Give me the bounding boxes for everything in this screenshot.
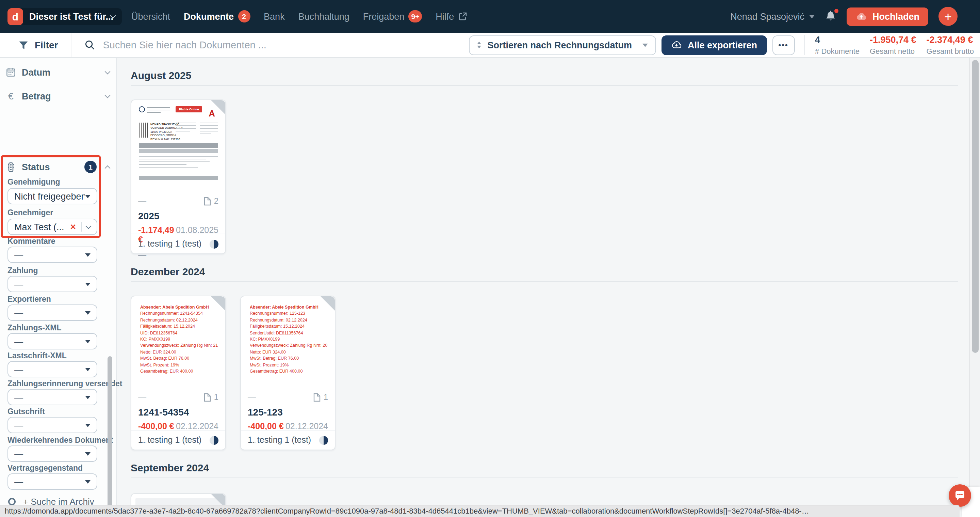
sidebar-scrollbar-thumb[interactable]: [108, 356, 112, 517]
toolbar-right: Sortieren nach Rechnungsdatum Alle expor…: [469, 35, 980, 55]
folded-corner: [321, 296, 335, 311]
wiederkehrendes-dokument-label: Wiederkehrendes Dokument: [8, 436, 113, 444]
card-row: Absender: Abele Spedition GmbH Rechnungs…: [130, 296, 958, 450]
search-icon: [84, 40, 95, 50]
domonda-logo: d: [8, 8, 23, 25]
page-count: 1: [204, 393, 218, 402]
genehmiger-label: Genehmiger: [8, 208, 53, 217]
add-button[interactable]: +: [939, 7, 958, 26]
chevron-down-icon: [105, 69, 111, 74]
kommentare-select[interactable]: —: [8, 247, 97, 263]
calendar-icon: [6, 67, 16, 77]
document-list: August 2025 Platite Online A NENAD SPASO…: [117, 58, 969, 517]
chevron-up-icon: [105, 165, 111, 171]
invoice-logo-ring: [139, 106, 145, 112]
company-name: Dieser ist Test für...: [29, 11, 105, 21]
main-scrollbar-track[interactable]: [969, 58, 980, 517]
zahlung-label: Zahlung: [8, 266, 38, 274]
chevron-down-icon: [86, 223, 92, 229]
zahlungserinnerung-label: Zahlungserinnerung versendet: [8, 380, 122, 388]
genehmigung-select[interactable]: Nicht freigegeben: [8, 188, 97, 204]
filter-toggle[interactable]: Filter: [18, 40, 58, 50]
document-card-125-123[interactable]: Absender: Abele Spedition GmbH Rechnungs…: [240, 296, 336, 450]
document-card-1241-54354[interactable]: Absender: Abele Spedition GmbH Rechnungs…: [130, 296, 226, 450]
more-actions-button[interactable]: •••: [772, 35, 795, 55]
nav-buchhaltung[interactable]: Buchhaltung: [298, 11, 350, 21]
search: [84, 40, 307, 50]
workflow-step[interactable]: 1. testing 1 (test): [241, 430, 335, 450]
gutschrift-select[interactable]: —: [8, 417, 97, 433]
main-scrollbar-thumb[interactable]: [972, 60, 978, 353]
company-selector[interactable]: d Dieser ist Test für...: [8, 8, 122, 25]
nav-uebersicht[interactable]: Übersicht: [131, 11, 170, 21]
dropdown-arrow-icon: [85, 195, 91, 198]
nav-hilfe[interactable]: Hilfe: [436, 11, 467, 21]
chat-bubble-icon: [954, 490, 966, 501]
lastschrift-xml-label: Lastschrift-XML: [8, 351, 67, 360]
app-window: d Dieser ist Test für... Übersicht Dokum…: [0, 0, 980, 517]
gutschrift-label: Gutschrift: [8, 407, 45, 415]
link-status-bar: https://domonda.app/documents/5dac377e-a…: [0, 505, 959, 517]
group-header-september-2024: September 2024: [130, 462, 958, 473]
dropdown-arrow-icon: [85, 396, 91, 399]
nav-dokumente[interactable]: Dokumente2: [184, 10, 250, 22]
card-row: Platite Online A NENAD SPASOJEVIĆ VOJVOD…: [130, 99, 958, 254]
user-menu[interactable]: Nenad Spasojević: [730, 11, 815, 21]
workflow-step[interactable]: 1. testing 1 (test): [131, 234, 225, 254]
nav-bank[interactable]: Bank: [264, 11, 285, 21]
chevron-down-icon: [105, 92, 111, 98]
filter-section-status[interactable]: Status 1: [6, 158, 110, 176]
workflow-step[interactable]: 1. testing 1 (test): [131, 430, 225, 450]
document-thumbnail: Absender: Abele Spedition GmbH Rechnungs…: [131, 296, 225, 383]
cloud-download-icon: [671, 41, 682, 49]
main-nav: Übersicht Dokumente2 Bank Buchhaltung Fr…: [131, 10, 467, 22]
dropdown-arrow-icon: [85, 311, 91, 314]
filter-section-betrag[interactable]: € Betrag: [6, 87, 110, 105]
clear-selection-icon[interactable]: ✕: [70, 222, 76, 231]
exportieren-label: Exportieren: [8, 295, 51, 303]
external-link-icon: [459, 12, 467, 21]
document-card-2025[interactable]: Platite Online A NENAD SPASOJEVIĆ VOJVOD…: [130, 99, 226, 254]
exportieren-select[interactable]: —: [8, 305, 97, 321]
summary-stats: 4 # Dokumente -1.950,74 € Gesamt netto -…: [804, 35, 974, 55]
search-input[interactable]: [103, 40, 307, 50]
wiederkehrendes-dokument-select[interactable]: —: [8, 445, 97, 462]
filter-section-datum[interactable]: Datum: [6, 63, 110, 81]
divider: [130, 85, 958, 86]
workflow-progress-icon: [210, 239, 218, 248]
folded-corner: [211, 296, 225, 311]
upload-button[interactable]: Hochladen: [846, 7, 928, 26]
vertragsgegenstand-select[interactable]: —: [8, 473, 97, 490]
export-all-button[interactable]: Alle exportieren: [661, 35, 767, 55]
stat-net-total: -1.950,74 € Gesamt netto: [870, 35, 916, 55]
topbar-right: Nenad Spasojević Hochladen +: [730, 7, 958, 26]
chat-widget-button[interactable]: [949, 484, 971, 507]
dokumente-badge: 2: [238, 10, 250, 22]
group-header-dezember-2024: Dezember 2024: [130, 266, 958, 277]
dropdown-arrow-icon: [85, 253, 91, 257]
divider: [130, 477, 958, 478]
zahlungs-xml-label: Zahlungs-XML: [8, 324, 61, 332]
workflow-progress-icon: [210, 436, 218, 444]
zahlung-select[interactable]: —: [8, 276, 97, 292]
sort-arrows-icon: [477, 41, 481, 48]
dropdown-arrow-icon: [85, 282, 91, 286]
lastschrift-xml-select[interactable]: —: [8, 361, 97, 377]
toolbar: Filter Sortieren nach Rechnungsdatum All…: [0, 33, 980, 58]
user-name: Nenad Spasojević: [730, 11, 804, 21]
euro-icon: €: [6, 91, 16, 102]
page-icon: [204, 393, 211, 402]
notification-dot: [834, 9, 838, 13]
chevron-down-icon: [642, 43, 648, 47]
nav-freigaben[interactable]: Freigaben9+: [363, 10, 422, 22]
cloud-upload-icon: [856, 12, 867, 21]
notifications-button[interactable]: [825, 10, 837, 22]
page-count: 2: [204, 196, 218, 206]
kommentare-label: Kommentare: [8, 237, 56, 245]
funnel-icon: [18, 40, 29, 50]
topbar: d Dieser ist Test für... Übersicht Dokum…: [0, 0, 980, 33]
zahlungserinnerung-select[interactable]: —: [8, 389, 97, 405]
genehmiger-combobox[interactable]: Max Test (... ✕: [8, 219, 97, 235]
zahlungs-xml-select[interactable]: —: [8, 333, 97, 349]
sort-select[interactable]: Sortieren nach Rechnungsdatum: [469, 35, 656, 55]
